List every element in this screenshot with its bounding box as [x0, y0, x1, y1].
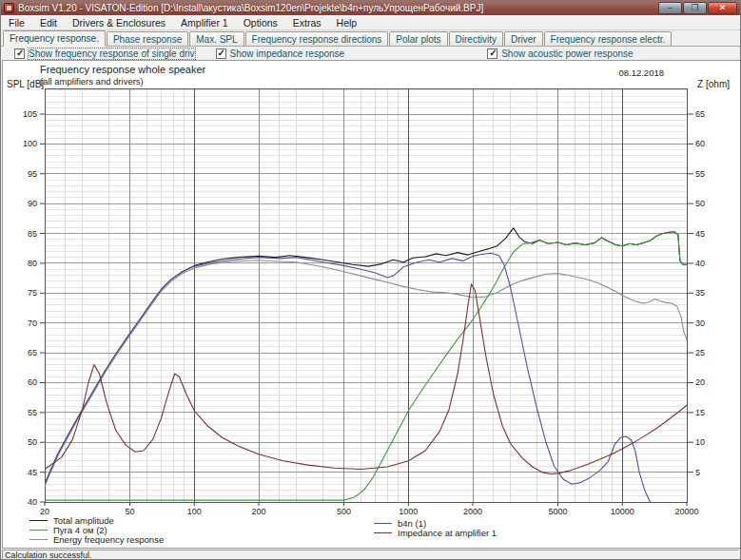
plot-frame — [45, 88, 687, 502]
checkbox-icon[interactable] — [487, 48, 497, 59]
y-right-tick-label: 50 — [695, 199, 705, 208]
legend-item-impedance: Impedance at amplifier 1 — [374, 529, 497, 538]
y-axis-right-label: Z [ohm] — [697, 79, 730, 89]
curve-total-amplitude — [45, 228, 687, 484]
x-tick-label: 500 — [337, 507, 351, 516]
y-right-tick-label: 35 — [695, 288, 705, 298]
menu-options[interactable]: Options — [236, 16, 285, 29]
y-left-tick-label: 70 — [28, 319, 37, 328]
y-left-tick-label: 45 — [28, 468, 37, 477]
y-right-tick-label: 45 — [695, 229, 705, 239]
checkbox-show-acoustic-power[interactable]: Show acoustic power response — [487, 48, 633, 59]
x-tick-label: 50 — [126, 507, 135, 516]
boxsim-window: Boxsim V1.20 - VISATON-Edition [D:\Insta… — [0, 0, 741, 560]
status-bar: Calculation successful. — [1, 550, 740, 560]
x-tick-label: 20000 — [674, 507, 698, 516]
y-left-tick-label: 60 — [28, 377, 37, 387]
tab-directivity[interactable]: Directivity — [449, 31, 503, 46]
chart-title: Frequency response whole speaker — [40, 64, 205, 75]
x-tick-label: 2000 — [463, 507, 482, 516]
y-right-tick-label: 10 — [695, 437, 705, 447]
tab-max-spl[interactable]: Max. SPL — [189, 31, 244, 46]
checkbox-icon[interactable] — [14, 48, 25, 59]
x-tick-label: 10000 — [611, 507, 634, 516]
legend-line-swatch — [374, 532, 392, 533]
grid-minor — [45, 88, 687, 502]
tab-frequency-response-electr[interactable]: Frequency response electr. — [544, 31, 673, 46]
y-left-tick-label: 80 — [28, 259, 37, 268]
y-right-tick-label: 40 — [695, 259, 705, 268]
maximize-button[interactable]: ❐ — [683, 2, 707, 14]
menu-amplifier-1[interactable]: Amplifier 1 — [173, 16, 236, 29]
menu-edit[interactable]: Edit — [32, 16, 65, 29]
frequency-response-plot: 2050100200500100020005000100002000010510… — [3, 61, 741, 548]
tab-frequency-response-directions[interactable]: Frequency response directions — [245, 31, 389, 46]
curve-energy-frequency-response — [45, 261, 687, 486]
legend-left-column: Total amplitude Пуга 4 ом (2) Energy fre… — [29, 516, 164, 544]
y-left-tick-label: 100 — [23, 139, 37, 148]
checkbox-show-impedance[interactable]: Show impedance response — [216, 48, 345, 59]
tick-labels: 2050100200500100020005000100002000010510… — [23, 109, 705, 516]
checkbox-row: Show frequency response of single driv S… — [1, 47, 740, 60]
y-left-tick-label: 40 — [28, 497, 37, 507]
x-tick-label: 100 — [187, 507, 202, 516]
y-axis-left-label: SPL [dB] — [7, 79, 44, 89]
tab-polar-plots[interactable]: Polar plots — [389, 31, 447, 46]
y-right-tick-label: 65 — [695, 109, 705, 119]
y-left-tick-label: 50 — [28, 437, 37, 447]
y-right-tick-label: 30 — [695, 319, 705, 328]
y-right-tick-label: 25 — [695, 348, 705, 357]
close-button[interactable]: ✕ — [708, 2, 737, 14]
app-icon — [4, 3, 14, 13]
tab-phase-response[interactable]: Phase response — [107, 31, 188, 46]
y-left-tick-label: 85 — [28, 229, 37, 239]
x-tick-label: 5000 — [549, 507, 568, 516]
tick-marks — [40, 114, 693, 506]
status-message: Calculation successful. — [2, 550, 739, 560]
menu-help[interactable]: Help — [329, 16, 365, 29]
y-left-tick-label: 65 — [28, 348, 37, 357]
menu-bar: File Edit Drivers & Enclosures Amplifier… — [1, 15, 740, 30]
x-tick-label: 200 — [251, 507, 265, 516]
y-right-tick-label: 15 — [695, 408, 705, 417]
legend-line-swatch — [29, 520, 48, 521]
legend-line-swatch — [29, 530, 48, 531]
grid-major — [45, 88, 687, 502]
curve-impedance-at-amplifier-1 — [45, 284, 687, 474]
y-left-tick-label: 95 — [28, 169, 37, 179]
y-left-tick-label: 105 — [23, 109, 37, 119]
y-right-tick-label: 20 — [695, 377, 705, 387]
checkbox-icon[interactable] — [216, 48, 226, 59]
y-left-tick-label: 75 — [28, 288, 37, 298]
legend-line-swatch — [29, 539, 48, 540]
tab-driver[interactable]: Driver — [504, 31, 543, 46]
x-tick-label: 1000 — [399, 507, 418, 516]
legend-line-swatch — [374, 523, 392, 524]
chart-date: 08.12.2018 — [618, 68, 664, 78]
y-right-tick-label: 60 — [695, 139, 705, 148]
legend-item-energy-frequency-response: Energy frequency response — [29, 535, 164, 545]
tab-bar: Frequency response. Phase response Max. … — [1, 30, 740, 47]
menu-drivers-enclosures[interactable]: Drivers & Enclosures — [65, 16, 173, 29]
y-left-tick-label: 55 — [28, 408, 37, 417]
menu-extras[interactable]: Extras — [285, 16, 329, 29]
x-tick-label: 20 — [40, 507, 49, 516]
chart-panel: 2050100200500100020005000100002000010510… — [2, 60, 741, 549]
tab-frequency-response[interactable]: Frequency response. — [3, 30, 106, 47]
legend-right-column: b4n (1) Impedance at amplifier 1 — [374, 519, 497, 538]
menu-file[interactable]: File — [1, 16, 32, 29]
curves — [45, 228, 687, 512]
window-title: Boxsim V1.20 - VISATON-Edition [D:\Insta… — [18, 3, 654, 13]
checkbox-show-single-drivers[interactable]: Show frequency response of single driv — [14, 48, 195, 59]
minimize-button[interactable]: – — [658, 2, 682, 14]
y-right-tick-label: 55 — [695, 169, 705, 179]
y-left-tick-label: 90 — [28, 199, 37, 208]
y-right-tick-label: 5 — [695, 468, 700, 477]
chart-subtitle: (all amplifiers and drivers) — [40, 76, 144, 87]
title-bar: Boxsim V1.20 - VISATON-Edition [D:\Insta… — [1, 1, 740, 15]
